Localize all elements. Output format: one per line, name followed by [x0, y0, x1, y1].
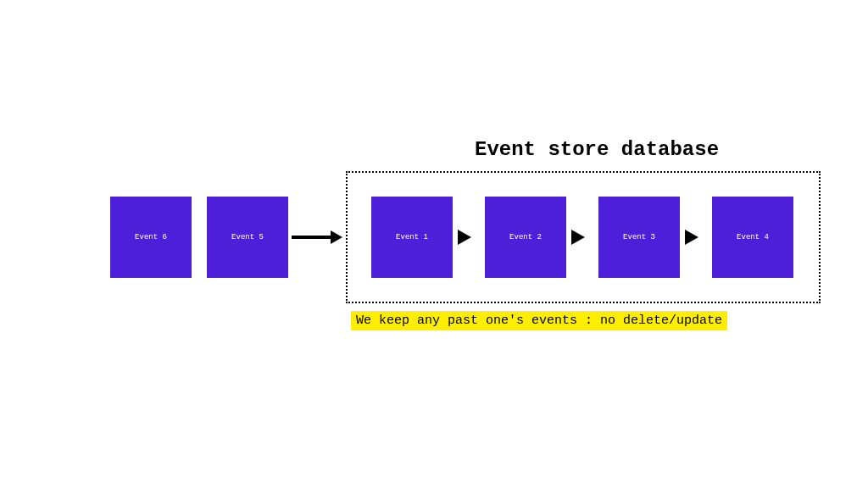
event-label: Event 5 — [231, 233, 264, 241]
main-arrow-head-icon — [331, 230, 342, 244]
title-text: Event store database — [475, 138, 719, 161]
event-label: Event 2 — [509, 233, 542, 241]
event-label: Event 6 — [135, 233, 167, 241]
event-box-2: Event 2 — [485, 197, 566, 278]
event-label: Event 4 — [737, 233, 769, 241]
event-label: Event 3 — [623, 233, 655, 241]
arrow-icon-3-4 — [685, 230, 698, 245]
event-box-4: Event 4 — [712, 197, 793, 278]
arrow-icon-1-2 — [458, 230, 471, 245]
event-box-5: Event 5 — [207, 197, 288, 278]
annotation-text: We keep any past one's events : no delet… — [351, 311, 727, 330]
event-label: Event 1 — [396, 233, 428, 241]
event-box-1: Event 1 — [371, 197, 453, 278]
arrow-icon-2-3 — [571, 230, 585, 245]
event-box-6: Event 6 — [110, 197, 192, 278]
main-arrow-shaft — [292, 236, 332, 239]
diagram-canvas: Event store database Event 6 Event 5 Eve… — [0, 0, 868, 488]
event-box-3: Event 3 — [598, 197, 680, 278]
